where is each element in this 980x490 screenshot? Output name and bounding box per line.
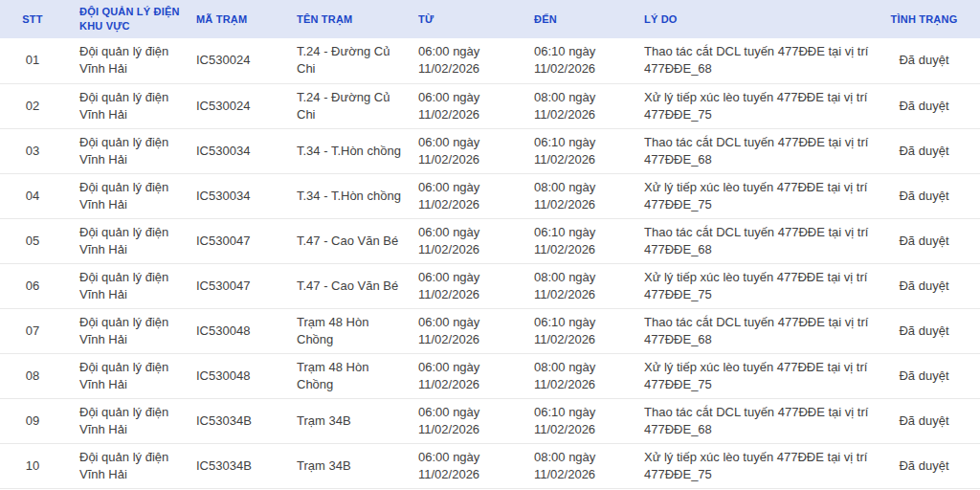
cell-station-name: T.47 - Cao Văn Bé [290, 263, 412, 308]
cell-stt: 08 [0, 353, 73, 398]
cell-from: 06:00 ngày 11/02/2026 [412, 218, 527, 263]
cell-to: 06:10 ngày 11/02/2026 [527, 38, 637, 83]
cell-from: 06:00 ngày 11/02/2026 [412, 443, 527, 488]
cell-from: 06:00 ngày 11/02/2026 [412, 263, 527, 308]
cell-station-name: Trạm 48 Hòn Chồng [290, 308, 412, 353]
cell-from: 06:00 ngày 11/02/2026 [412, 173, 527, 218]
cell-to: 08:00 ngày 11/02/2026 [527, 173, 637, 218]
cell-from: 06:00 ngày 11/02/2026 [412, 308, 527, 353]
table-body: 01 Đội quản lý điện Vĩnh Hải IC530024 T.… [0, 38, 980, 488]
cell-status: Đã duyệt [880, 308, 980, 353]
cell-to: 06:10 ngày 11/02/2026 [527, 218, 637, 263]
column-header-station-code: MÃ TRẠM [189, 0, 290, 38]
column-header-stt: STT [0, 0, 73, 38]
column-header-to: ĐẾN [527, 0, 637, 38]
cell-reason: Thao tác cắt DCL tuyến 477ĐĐE tại vị trí… [637, 218, 880, 263]
cell-stt: 05 [0, 218, 73, 263]
cell-team: Đội quản lý điện Vĩnh Hải [73, 263, 189, 308]
cell-stt: 06 [0, 263, 73, 308]
cell-status: Đã duyệt [880, 353, 980, 398]
column-header-team: ĐỘI QUẢN LÝ ĐIỆN KHU VỰC [73, 0, 189, 38]
table-header-row: STT ĐỘI QUẢN LÝ ĐIỆN KHU VỰC MÃ TRẠM TÊN… [0, 0, 980, 38]
cell-reason: Thao tác cắt DCL tuyến 477ĐĐE tại vị trí… [637, 398, 880, 443]
cell-reason: Xử lý tiếp xúc lèo tuyến 477ĐĐE tại vị t… [637, 263, 880, 308]
cell-station-name: Trạm 34B [290, 443, 412, 488]
cell-reason: Thao tác cắt DCL tuyến 477ĐĐE tại vị trí… [637, 128, 880, 173]
cell-stt: 09 [0, 398, 73, 443]
cell-from: 06:00 ngày 11/02/2026 [412, 128, 527, 173]
cell-to: 08:00 ngày 11/02/2026 [527, 353, 637, 398]
cell-status: Đã duyệt [880, 173, 980, 218]
cell-stt: 04 [0, 173, 73, 218]
table-row: 06 Đội quản lý điện Vĩnh Hải IC530047 T.… [0, 263, 980, 308]
cell-team: Đội quản lý điện Vĩnh Hải [73, 173, 189, 218]
table-row: 01 Đội quản lý điện Vĩnh Hải IC530024 T.… [0, 38, 980, 83]
cell-station-code: IC530047 [189, 218, 290, 263]
cell-to: 08:00 ngày 11/02/2026 [527, 263, 637, 308]
cell-status: Đã duyệt [880, 398, 980, 443]
column-header-station-name: TÊN TRẠM [290, 0, 412, 38]
cell-station-code: IC53034B [189, 398, 290, 443]
cell-station-name: Trạm 34B [290, 398, 412, 443]
cell-station-code: IC530048 [189, 353, 290, 398]
cell-from: 06:00 ngày 11/02/2026 [412, 398, 527, 443]
cell-team: Đội quản lý điện Vĩnh Hải [73, 218, 189, 263]
table-row: 10 Đội quản lý điện Vĩnh Hải IC53034B Tr… [0, 443, 980, 488]
cell-reason: Thao tác cắt DCL tuyến 477ĐĐE tại vị trí… [637, 38, 880, 83]
outage-schedule-table: STT ĐỘI QUẢN LÝ ĐIỆN KHU VỰC MÃ TRẠM TÊN… [0, 0, 980, 489]
column-header-reason: LÝ DO [637, 0, 880, 38]
cell-station-name: T.24 - Đường Củ Chi [290, 38, 412, 83]
cell-station-name: T.47 - Cao Văn Bé [290, 218, 412, 263]
cell-station-code: IC530024 [189, 83, 290, 128]
cell-station-code: IC53034B [189, 443, 290, 488]
table-row: 03 Đội quản lý điện Vĩnh Hải IC530034 T.… [0, 128, 980, 173]
cell-station-name: T.34 - T.Hòn chồng [290, 173, 412, 218]
cell-stt: 01 [0, 38, 73, 83]
cell-team: Đội quản lý điện Vĩnh Hải [73, 38, 189, 83]
cell-from: 06:00 ngày 11/02/2026 [412, 38, 527, 83]
table-row: 08 Đội quản lý điện Vĩnh Hải IC530048 Tr… [0, 353, 980, 398]
cell-stt: 07 [0, 308, 73, 353]
cell-status: Đã duyệt [880, 83, 980, 128]
cell-team: Đội quản lý điện Vĩnh Hải [73, 83, 189, 128]
cell-station-code: IC530034 [189, 173, 290, 218]
cell-to: 08:00 ngày 11/02/2026 [527, 83, 637, 128]
cell-to: 06:10 ngày 11/02/2026 [527, 308, 637, 353]
cell-station-code: IC530034 [189, 128, 290, 173]
cell-station-code: IC530024 [189, 38, 290, 83]
cell-team: Đội quản lý điện Vĩnh Hải [73, 398, 189, 443]
cell-status: Đã duyệt [880, 218, 980, 263]
cell-reason: Thao tác cắt DCL tuyến 477ĐĐE tại vị trí… [637, 308, 880, 353]
table-row: 04 Đội quản lý điện Vĩnh Hải IC530034 T.… [0, 173, 980, 218]
cell-station-name: T.24 - Đường Củ Chi [290, 83, 412, 128]
cell-status: Đã duyệt [880, 38, 980, 83]
cell-station-name: Trạm 48 Hòn Chồng [290, 353, 412, 398]
cell-from: 06:00 ngày 11/02/2026 [412, 83, 527, 128]
cell-status: Đã duyệt [880, 263, 980, 308]
cell-station-code: IC530047 [189, 263, 290, 308]
column-header-from: TỪ [412, 0, 527, 38]
table-row: 07 Đội quản lý điện Vĩnh Hải IC530048 Tr… [0, 308, 980, 353]
cell-station-code: IC530048 [189, 308, 290, 353]
cell-reason: Xử lý tiếp xúc lèo tuyến 477ĐĐE tại vị t… [637, 83, 880, 128]
cell-to: 06:10 ngày 11/02/2026 [527, 398, 637, 443]
table-row: 09 Đội quản lý điện Vĩnh Hải IC53034B Tr… [0, 398, 980, 443]
cell-team: Đội quản lý điện Vĩnh Hải [73, 128, 189, 173]
cell-team: Đội quản lý điện Vĩnh Hải [73, 443, 189, 488]
column-header-status: TÌNH TRẠNG [880, 0, 980, 38]
cell-stt: 10 [0, 443, 73, 488]
cell-reason: Xử lý tiếp xúc lèo tuyến 477ĐĐE tại vị t… [637, 443, 880, 488]
cell-status: Đã duyệt [880, 443, 980, 488]
table-row: 02 Đội quản lý điện Vĩnh Hải IC530024 T.… [0, 83, 980, 128]
cell-reason: Xử lý tiếp xúc lèo tuyến 477ĐĐE tại vị t… [637, 173, 880, 218]
table-row: 05 Đội quản lý điện Vĩnh Hải IC530047 T.… [0, 218, 980, 263]
cell-to: 06:10 ngày 11/02/2026 [527, 128, 637, 173]
cell-from: 06:00 ngày 11/02/2026 [412, 353, 527, 398]
cell-stt: 03 [0, 128, 73, 173]
cell-team: Đội quản lý điện Vĩnh Hải [73, 308, 189, 353]
cell-status: Đã duyệt [880, 128, 980, 173]
cell-reason: Xử lý tiếp xúc lèo tuyến 477ĐĐE tại vị t… [637, 353, 880, 398]
cell-station-name: T.34 - T.Hòn chồng [290, 128, 412, 173]
cell-team: Đội quản lý điện Vĩnh Hải [73, 353, 189, 398]
cell-to: 08:00 ngày 11/02/2026 [527, 443, 637, 488]
